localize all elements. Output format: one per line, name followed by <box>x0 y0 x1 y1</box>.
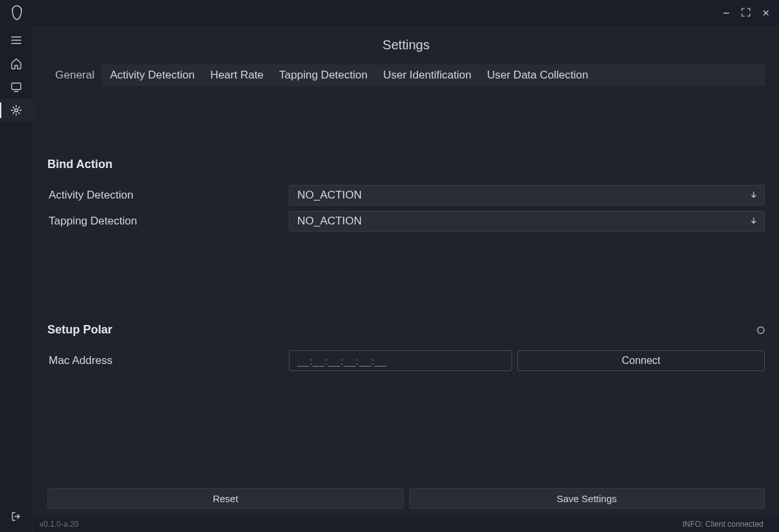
select-activity-detection-action-value: NO_ACTION <box>297 189 362 202</box>
tab-user-identification[interactable]: User Identification <box>375 64 479 86</box>
sidebar-item-logout[interactable] <box>0 505 32 528</box>
home-icon <box>10 58 22 69</box>
status-version: v0.1.0-a.20 <box>40 520 79 529</box>
sidebar-item-settings[interactable] <box>0 99 32 122</box>
menu-icon <box>10 34 22 46</box>
tab-heart-rate[interactable]: Heart Rate <box>203 64 271 86</box>
sidebar-item-monitor[interactable] <box>0 75 32 99</box>
select-tapping-detection-action[interactable]: NO_ACTION <box>289 211 765 232</box>
reset-button[interactable]: Reset <box>47 488 404 509</box>
settings-tabs: General Activity Detection Heart Rate Ta… <box>33 64 779 86</box>
tab-general[interactable]: General <box>47 64 102 86</box>
connect-button[interactable]: Connect <box>517 350 765 371</box>
status-bar: v0.1.0-a.20 INFO: Client connected <box>33 516 779 532</box>
section-title-setup-polar: Setup Polar <box>47 323 112 337</box>
tab-tapping-detection[interactable]: Tapping Detection <box>271 64 375 86</box>
label-mac-address: Mac Address <box>47 354 289 367</box>
mac-address-input[interactable] <box>289 350 512 371</box>
svg-rect-0 <box>12 83 21 90</box>
section-title-bind-action: Bind Action <box>47 158 112 171</box>
tab-user-data-collection[interactable]: User Data Collection <box>479 64 596 86</box>
section-bind-action: Bind Action Activity Detection NO_ACTION <box>47 158 765 232</box>
label-activity-detection: Activity Detection <box>47 189 289 202</box>
chevron-down-icon <box>750 215 758 228</box>
footer-button-bar: Reset Save Settings <box>47 488 765 509</box>
label-tapping-detection: Tapping Detection <box>47 215 289 228</box>
monitor-icon <box>10 81 22 93</box>
content-area: Settings General Activity Detection Hear… <box>32 26 779 532</box>
sidebar-item-menu[interactable] <box>0 29 32 52</box>
window-close-button[interactable]: ✕ <box>762 8 770 18</box>
svg-point-1 <box>15 109 18 112</box>
sidebar <box>0 26 32 532</box>
select-tapping-detection-action-value: NO_ACTION <box>297 215 362 228</box>
page-title: Settings <box>33 26 779 64</box>
chevron-down-icon <box>750 189 758 202</box>
sidebar-item-home[interactable] <box>0 52 32 75</box>
save-settings-button[interactable]: Save Settings <box>409 488 765 509</box>
gear-icon <box>10 104 22 116</box>
app-logo-icon <box>10 5 23 21</box>
window-maximize-button[interactable] <box>741 8 750 19</box>
select-activity-detection-action[interactable]: NO_ACTION <box>289 185 765 206</box>
section-setup-polar: Setup Polar Mac Address Connect <box>47 323 765 372</box>
polar-status-indicator <box>757 326 765 334</box>
status-info: INFO: Client connected <box>682 520 763 529</box>
tab-activity-detection[interactable]: Activity Detection <box>102 64 202 86</box>
titlebar: − ✕ <box>0 0 779 26</box>
logout-icon <box>10 511 22 522</box>
